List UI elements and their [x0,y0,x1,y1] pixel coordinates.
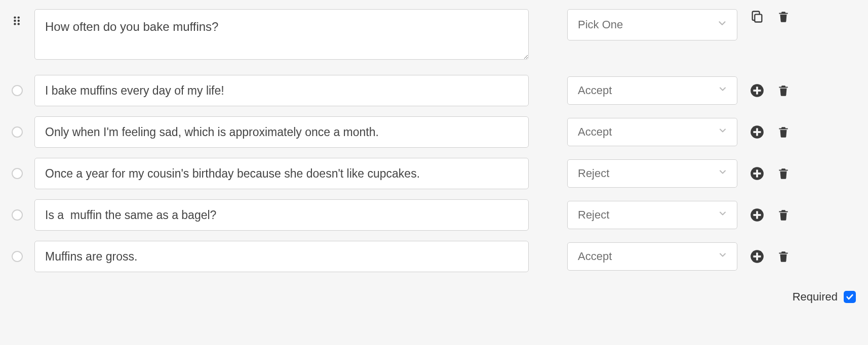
add-option-icon[interactable] [749,124,765,140]
svg-rect-6 [755,14,762,22]
option-action-value: Accept [578,125,612,139]
option-text-input[interactable] [34,158,529,189]
option-action-value: Reject [578,167,609,180]
svg-rect-12 [753,131,761,133]
add-option-icon[interactable] [749,249,765,264]
svg-point-2 [14,20,16,22]
option-action-select[interactable]: Reject [567,201,737,229]
drag-handle-icon[interactable] [10,13,25,28]
svg-rect-15 [753,172,761,175]
question-row: Pick One [8,9,860,63]
option-text-input[interactable] [34,116,529,148]
svg-point-1 [18,16,20,18]
option-action-value: Accept [578,84,612,97]
chevron-down-icon [718,84,728,97]
chevron-down-icon [717,18,728,32]
svg-rect-21 [753,255,761,257]
svg-rect-9 [753,90,761,92]
option-row: Accept [8,116,860,148]
svg-rect-18 [753,214,761,216]
question-type-select[interactable]: Pick One [567,9,737,40]
option-action-select[interactable]: Accept [567,118,737,146]
option-action-select[interactable]: Accept [567,76,737,105]
required-checkbox[interactable] [844,291,856,303]
chevron-down-icon [718,208,728,222]
delete-option-icon[interactable] [776,83,791,98]
question-type-value: Pick One [578,18,623,31]
option-row: Reject [8,158,860,189]
required-label: Required [793,290,838,304]
option-row: Reject [8,199,860,231]
svg-point-5 [18,23,20,25]
radio-indicator [12,126,23,138]
option-row: Accept [8,75,860,106]
delete-option-icon[interactable] [776,249,791,264]
add-option-icon[interactable] [749,207,765,223]
radio-indicator [12,209,23,221]
add-option-icon[interactable] [749,83,765,98]
option-action-value: Accept [578,250,612,263]
required-row: Required [8,290,860,304]
option-action-value: Reject [578,208,609,222]
option-action-select[interactable]: Accept [567,242,737,271]
delete-option-icon[interactable] [776,124,791,140]
duplicate-icon[interactable] [749,9,765,24]
svg-point-3 [18,20,20,22]
question-text-input[interactable] [34,9,529,60]
svg-point-0 [14,16,16,18]
option-row: Accept [8,241,860,272]
option-text-input[interactable] [34,199,529,231]
delete-option-icon[interactable] [776,166,791,181]
delete-question-icon[interactable] [776,9,791,24]
option-text-input[interactable] [34,75,529,106]
add-option-icon[interactable] [749,166,765,181]
svg-point-4 [14,23,16,25]
chevron-down-icon [718,250,728,263]
option-action-select[interactable]: Reject [567,159,737,188]
delete-option-icon[interactable] [776,207,791,223]
radio-indicator [12,168,23,179]
radio-indicator [12,251,23,262]
chevron-down-icon [718,125,728,139]
chevron-down-icon [718,167,728,180]
radio-indicator [12,85,23,96]
option-text-input[interactable] [34,241,529,272]
